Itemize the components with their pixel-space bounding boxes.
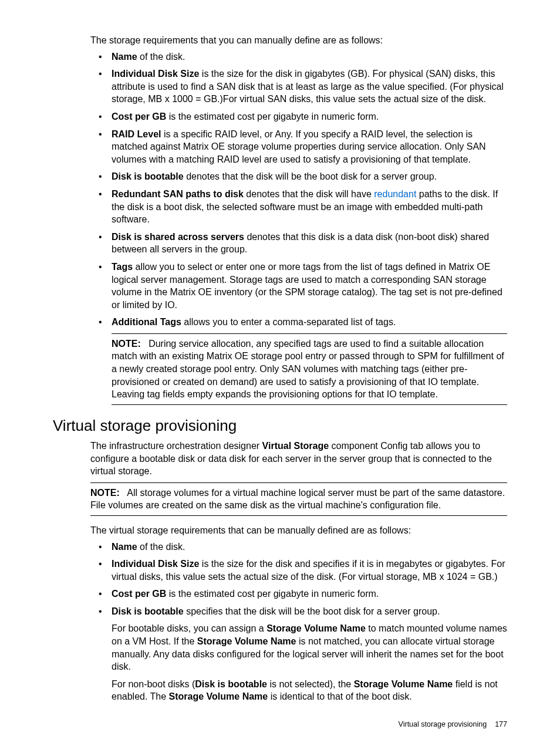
term: Cost per GB — [112, 589, 166, 599]
term: Virtual Storage — [262, 441, 329, 451]
term: Individual Disk Size — [112, 69, 199, 79]
section-content: The infrastructure orchestration designe… — [90, 440, 507, 703]
sub-paragraph: For non-boot disks (Disk is bootable is … — [112, 678, 507, 703]
page-number: 177 — [495, 720, 507, 728]
text: is identical to that of the boot disk. — [268, 691, 411, 701]
note-label: NOTE: — [112, 339, 141, 349]
intro-text: The virtual storage requirements that ca… — [90, 524, 507, 537]
item-text: is the estimated cost per gigabyte in nu… — [166, 112, 379, 121]
note-label: NOTE: — [90, 488, 120, 498]
list-item: Name of the disk. — [90, 541, 507, 553]
item-text: allow you to select or enter one or more… — [112, 262, 502, 310]
note-block: NOTE: During service allocation, any spe… — [112, 333, 507, 405]
term: Storage Volume Name — [354, 679, 453, 689]
text: For non-boot disks ( — [112, 679, 195, 689]
term: Disk is shared across servers — [112, 232, 244, 242]
item-text: of the disk. — [137, 542, 185, 552]
term: Storage Volume Name — [197, 636, 296, 646]
term: Redundant SAN paths to disk — [112, 189, 244, 199]
list-item: Disk is bootable denotes that the disk w… — [90, 170, 507, 183]
item-text: denotes that the disk will be the boot d… — [184, 171, 437, 181]
list-item: RAID Level is a specific RAID level, or … — [90, 128, 507, 166]
term: Cost per GB — [112, 112, 166, 121]
list-item: Redundant SAN paths to disk denotes that… — [90, 188, 507, 226]
requirements-list-2: Name of the disk. Individual Disk Size i… — [90, 541, 507, 704]
list-item: Disk is shared across servers denotes th… — [90, 231, 507, 256]
body-content: The storage requirements that you can ma… — [90, 34, 507, 405]
list-item: Disk is bootable specifies that the disk… — [90, 605, 507, 703]
term: Individual Disk Size — [112, 559, 199, 569]
list-item: Tags allow you to select or enter one or… — [90, 261, 507, 311]
list-item: Cost per GB is the estimated cost per gi… — [90, 588, 507, 600]
list-item: Cost per GB is the estimated cost per gi… — [90, 110, 507, 123]
term: Disk is bootable — [112, 171, 184, 181]
item-text: denotes that the disk will have — [244, 189, 374, 199]
list-item: Individual Disk Size is the size for the… — [90, 558, 507, 583]
term: RAID Level — [112, 129, 161, 139]
term: Name — [112, 542, 137, 552]
intro-text: The storage requirements that you can ma… — [90, 34, 507, 47]
term: Disk is bootable — [112, 606, 184, 616]
term: Disk is bootable — [195, 679, 267, 689]
term: Name — [112, 52, 137, 62]
text: The infrastructure orchestration designe… — [90, 441, 262, 451]
section-intro: The infrastructure orchestration designe… — [90, 440, 507, 478]
item-text: allows you to enter a comma-separated li… — [181, 317, 396, 327]
text: For bootable disks, you can assign a — [112, 623, 266, 633]
list-item: Name of the disk. — [90, 50, 507, 63]
item-text: is a specific RAID level, or Any. If you… — [112, 129, 486, 164]
list-item: Individual Disk Size is the size for the… — [90, 67, 507, 106]
item-text: is the estimated cost per gigabyte in nu… — [166, 589, 379, 599]
item-text: specifies that the disk will be the boot… — [184, 606, 440, 616]
list-item: Additional Tags allows you to enter a co… — [90, 316, 507, 405]
note-body: All storage volumes for a virtual machin… — [90, 488, 505, 511]
redundant-link[interactable]: redundant — [374, 189, 416, 199]
term: Tags — [112, 262, 133, 272]
term: Additional Tags — [112, 317, 181, 327]
page-footer: Virtual storage provisioning177 — [399, 720, 507, 730]
term: Storage Volume Name — [266, 623, 366, 633]
text: is not selected), the — [267, 679, 354, 689]
note-block: NOTE: All storage volumes for a virtual … — [90, 482, 507, 516]
sub-paragraph: For bootable disks, you can assign a Sto… — [112, 622, 507, 673]
requirements-list-1: Name of the disk. Individual Disk Size i… — [90, 50, 507, 405]
section-heading: Virtual storage provisioning — [53, 416, 507, 436]
item-text: of the disk. — [137, 52, 185, 62]
term: Storage Volume Name — [169, 691, 268, 701]
footer-text: Virtual storage provisioning — [399, 720, 487, 728]
note-body: During service allocation, any specified… — [112, 339, 504, 399]
